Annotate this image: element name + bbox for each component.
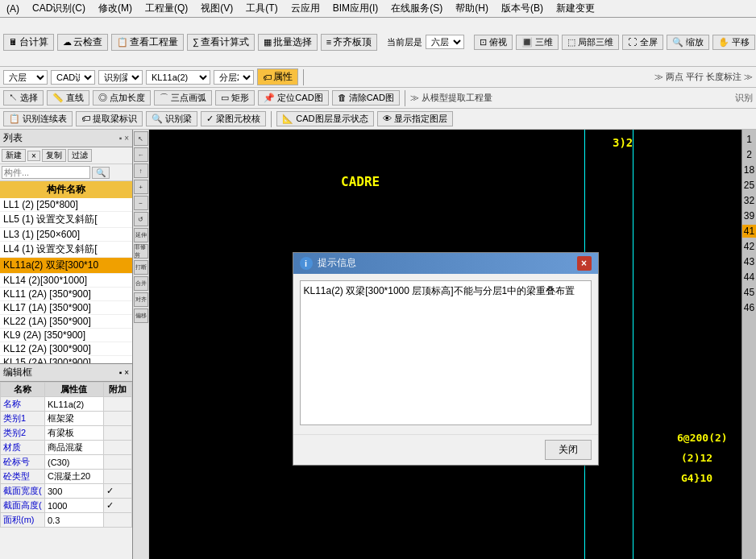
view-quantity-btn[interactable]: 📋 查看工程量 xyxy=(111,34,184,51)
copy-component-btn[interactable]: 复制 xyxy=(42,149,66,162)
cad-layer-btn[interactable]: 📐 CAD图层显示状态 xyxy=(276,111,373,126)
locate-cad-btn[interactable]: 📌 定位CAD图 xyxy=(258,90,328,106)
tool-zoom-out[interactable]: − xyxy=(134,196,148,210)
id-beam-btn[interactable]: 🔍 识别梁 xyxy=(146,111,197,126)
fullscreen-btn[interactable]: ⛶ 全屏 xyxy=(622,35,663,50)
menu-item-version[interactable]: 版本号(B) xyxy=(498,1,546,16)
menu-item-cad[interactable]: CAD识别(C) xyxy=(29,1,89,16)
cad-id-sel[interactable]: CAD识别 xyxy=(51,70,95,85)
list-item[interactable]: KL14 (2)[300*1000] xyxy=(0,274,132,288)
align-slab-btn[interactable]: ≡ 齐齐板顶 xyxy=(321,34,377,51)
floor2-sel[interactable]: 分层2 xyxy=(214,70,254,85)
local-3d-btn[interactable]: ⬚ 局部三维 xyxy=(562,35,619,50)
menu-item-tools[interactable]: 工具(T) xyxy=(243,1,280,16)
extract-label-btn[interactable]: 🏷 提取梁标识 xyxy=(76,111,143,126)
list-item[interactable]: LL3 (1) [250×600] xyxy=(0,228,132,242)
col-name-header: 名称 xyxy=(1,383,45,397)
component-list[interactable]: LL1 (2) [250*800] LL5 (1) 设置交叉斜筋[ LL3 (1… xyxy=(0,198,132,363)
tool-offset[interactable]: 偏移 xyxy=(134,308,148,323)
line-btn[interactable]: 📏 直线 xyxy=(47,90,89,106)
rect-btn[interactable]: ▭ 矩形 xyxy=(215,90,255,106)
show-layer-btn[interactable]: 👁 显示指定图层 xyxy=(377,111,453,126)
list-item-selected[interactable]: KL11a(2) 双梁[300*10 xyxy=(0,258,132,274)
props-title-controls: ▪ × xyxy=(119,368,129,377)
search-btn[interactable]: 🔍 xyxy=(92,167,110,179)
list-item[interactable]: KL12 (2A) [300*900] xyxy=(0,342,132,356)
prop-value[interactable]: 有梁板 xyxy=(45,426,104,441)
list-item[interactable]: KL17 (1A) [350*900] xyxy=(0,301,132,315)
left-column: 列表 ▪ × 新建 × 复制 过滤 🔍 构件名称 LL1 (2) [250*80… xyxy=(0,130,133,559)
arc-btn[interactable]: ⌒ 三点画弧 xyxy=(154,90,212,106)
search-input[interactable] xyxy=(2,166,90,179)
extract-btn-label: ≫ 从模型提取工程量 xyxy=(410,92,492,104)
tool-rotate[interactable]: ↺ xyxy=(134,212,148,226)
prop-value[interactable]: 框架梁 xyxy=(45,412,104,426)
prop-value[interactable]: (C30) xyxy=(45,455,104,470)
tool-select[interactable]: ↖ xyxy=(134,131,148,146)
prop-value[interactable]: 0.3 xyxy=(45,513,104,528)
delete-component-btn[interactable]: × xyxy=(27,151,40,161)
component-header: 构件名称 xyxy=(0,181,132,198)
prop-value[interactable]: 商品混凝 xyxy=(45,441,104,455)
menu-item-new-change[interactable]: 新建变更 xyxy=(553,1,598,16)
menu-item-view[interactable]: 视图(V) xyxy=(197,1,236,16)
floor-select[interactable]: 六层 xyxy=(426,35,464,49)
clear-cad-btn[interactable]: 🗑 清除CAD图 xyxy=(332,90,400,106)
tool-left[interactable]: ← xyxy=(134,147,148,162)
id-beam-sel[interactable]: 识别梁 xyxy=(98,70,143,85)
tool-align[interactable]: 对齐 xyxy=(134,292,148,307)
right-num: 1 xyxy=(746,133,752,146)
3d-view-btn[interactable]: 🔳 三维 xyxy=(516,35,559,50)
floor-sel-2[interactable]: 六层 xyxy=(3,70,48,85)
tool-stretch[interactable]: 非修剪 xyxy=(134,244,148,259)
right-num: 46 xyxy=(744,301,754,314)
filter-btn[interactable]: 过滤 xyxy=(68,149,92,162)
right-num: 18 xyxy=(744,164,754,176)
dialog-close-x-btn[interactable]: × xyxy=(577,256,592,271)
prop-value[interactable]: 300 xyxy=(45,484,104,499)
prop-value[interactable]: 1000 xyxy=(45,499,104,513)
menu-item-bim[interactable]: BIM应用(I) xyxy=(330,1,382,16)
dialog-titlebar[interactable]: i 提示信息 × xyxy=(293,253,598,274)
select-btn[interactable]: ↖ 选择 xyxy=(3,90,44,106)
tool-up[interactable]: ↑ xyxy=(134,164,148,178)
zoom-btn[interactable]: 🔍 缩放 xyxy=(667,35,709,50)
tool-extend[interactable]: 延伸 xyxy=(134,228,148,242)
list-toolbar: 新建 × 复制 过滤 xyxy=(0,147,132,164)
property-btn[interactable]: 🏷 属性 xyxy=(257,68,298,85)
list-item[interactable]: KL15 (2A) [300*900] xyxy=(0,356,132,363)
list-item[interactable]: KL9 (2A) [350*900] xyxy=(0,329,132,342)
new-component-btn[interactable]: 新建 xyxy=(2,149,26,162)
menu-item-cloud[interactable]: 云应用 xyxy=(288,1,323,16)
tool-cut[interactable]: 打断 xyxy=(134,260,148,275)
list-item[interactable]: LL4 (1) 设置交叉斜筋[ xyxy=(0,242,132,258)
calc-btn[interactable]: 🖩 台计算 xyxy=(3,34,54,51)
tool-merge[interactable]: 合并 xyxy=(134,276,148,291)
list-item[interactable]: LL5 (1) 设置交叉斜筋[ xyxy=(0,212,132,228)
tool-zoom-in[interactable]: + xyxy=(134,180,148,194)
beam-check-btn[interactable]: ✓ 梁图元校核 xyxy=(201,111,266,126)
menu-item-quantity[interactable]: 工程量(Q) xyxy=(142,1,191,16)
pan-btn[interactable]: ✋ 平移 xyxy=(712,35,755,50)
point-len-btn[interactable]: ◎ 点加长度 xyxy=(93,90,151,106)
top-view-btn[interactable]: ⊡ 俯视 xyxy=(474,35,513,50)
beam-type-sel[interactable]: KL11a(2) xyxy=(146,70,210,85)
prop-name: 截面高度( xyxy=(1,499,45,513)
menu-item-help[interactable]: 帮助(H) xyxy=(452,1,492,16)
menu-item-modify[interactable]: 修改(M) xyxy=(95,1,135,16)
list-item[interactable]: LL1 (2) [250*800] xyxy=(0,198,132,212)
prop-value[interactable]: KL11a(2) xyxy=(45,397,104,412)
list-item[interactable]: KL11 (2A) [350*900] xyxy=(0,288,132,301)
batch-select-btn[interactable]: ▦ 批量选择 xyxy=(258,34,318,51)
prop-name: 截面宽度( xyxy=(1,484,45,499)
cloud-check-btn[interactable]: ☁ 云检查 xyxy=(57,34,108,51)
menu-item-a[interactable]: (A) xyxy=(3,2,23,15)
list-item[interactable]: KL22 (1A) [350*900] xyxy=(0,315,132,329)
id-table-btn[interactable]: 📋 识别连续表 xyxy=(3,111,73,126)
menu-item-online[interactable]: 在线服务(S) xyxy=(388,1,446,16)
cad-canvas-area[interactable]: 3)2 31 A 10)25 5/5 C12@100(2) 6@200(2) (… xyxy=(149,130,741,559)
prop-value[interactable]: C混凝土20 xyxy=(45,470,104,484)
dialog-ok-btn[interactable]: 关闭 xyxy=(545,440,592,460)
view-formula-btn[interactable]: ∑ 查看计算式 xyxy=(187,34,255,51)
dialog-message-area[interactable] xyxy=(300,280,592,425)
